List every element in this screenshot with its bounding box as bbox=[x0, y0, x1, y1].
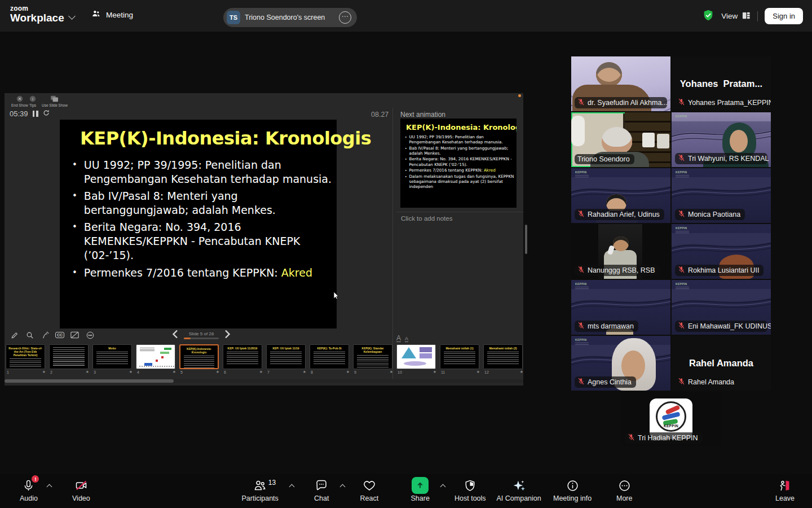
host-tools-button[interactable]: Host tools bbox=[454, 478, 486, 502]
ai-companion-button[interactable]: AI Companion bbox=[497, 478, 541, 502]
pen-icon[interactable] bbox=[10, 330, 19, 340]
end-show-button[interactable]: End Show bbox=[11, 95, 28, 107]
animation-star-icon: ★ bbox=[42, 370, 46, 374]
slide-thumbnail-5[interactable]: KEP(K)-Indonesia: Kronologis bbox=[179, 344, 219, 369]
next-slide-preview: KEP(K)-Indonesia: Kronologis •UU 1992; P… bbox=[400, 119, 517, 208]
slide-thumbnail-2[interactable] bbox=[49, 344, 89, 369]
participant-name-label: Tri Wahyuni, RS KENDAL bbox=[675, 153, 767, 164]
slide-thumbnail-9[interactable]: KEP(K): Standar Kelembagaan bbox=[353, 344, 392, 369]
participant-name-label: Rahadian Arief, Udinus bbox=[575, 209, 664, 220]
zoom-meeting-window: zoom Workplace Meeting TS Triono Soendor… bbox=[0, 0, 812, 508]
participants-caret-icon[interactable] bbox=[290, 483, 295, 488]
share-button[interactable]: Share bbox=[411, 478, 430, 502]
laser-pointer-icon[interactable] bbox=[40, 330, 50, 340]
mouse-cursor bbox=[333, 291, 339, 301]
slide-bullet: •Berita Negara: No. 394, 2016 KEMENKES/K… bbox=[405, 156, 514, 167]
divider bbox=[396, 212, 523, 212]
participant-name-label: mts darmawan bbox=[575, 321, 638, 332]
chat-icon bbox=[315, 478, 328, 493]
thumbnail-scrollbar[interactable] bbox=[5, 379, 523, 383]
participant-tile-3[interactable]: Triono Soendoro bbox=[571, 112, 670, 167]
closed-captions-icon[interactable]: CC bbox=[55, 332, 64, 338]
black-screen-icon[interactable] bbox=[70, 330, 80, 340]
current-slide: KEP(K)-Indonesia: Kronologis •UU 1992; P… bbox=[60, 120, 337, 329]
slide-thumbnail-12[interactable]: Memahami istilah (2) bbox=[483, 344, 523, 369]
zoom-workplace-logo[interactable]: zoom Workplace bbox=[10, 5, 64, 23]
muted-mic-icon bbox=[678, 98, 685, 107]
shared-screen-pill[interactable]: TS Triono Soendoro's screen ⋯ bbox=[223, 8, 357, 27]
animation-star-icon: ★ bbox=[346, 370, 350, 374]
slide-thumbnail-4[interactable] bbox=[136, 344, 175, 369]
pause-timer-button[interactable] bbox=[33, 111, 38, 117]
muted-mic-icon bbox=[577, 378, 585, 387]
audio-button[interactable]: !Audio bbox=[20, 478, 38, 502]
shared-screen-presenter-view: End Show i Tips Use Slide Show 05:39 KEP… bbox=[5, 93, 523, 386]
participant-tile-13[interactable]: KEPPINTri Hadiah KEPPIN bbox=[621, 392, 721, 446]
mic-icon: ! bbox=[22, 478, 35, 493]
participants-button[interactable]: 13Participants bbox=[242, 478, 279, 502]
heart-icon bbox=[363, 478, 376, 493]
animation-star-icon: ★ bbox=[259, 370, 263, 374]
participant-tile-2[interactable]: Yohanes Pratam...Yohanes Pratama_KEPPIN bbox=[672, 56, 771, 111]
slide-thumbnail-6[interactable]: KEP: UU Iptek 11/2019 bbox=[223, 344, 262, 369]
video-off-icon bbox=[74, 478, 88, 493]
meeting-info-button[interactable]: Meeting info bbox=[553, 478, 592, 502]
participant-tile-9[interactable]: KEPPINmts darmawan bbox=[571, 280, 670, 335]
chat-caret-icon[interactable] bbox=[341, 483, 346, 488]
notes-scrollbar[interactable] bbox=[525, 225, 527, 254]
participant-tile-8[interactable]: KEPPINRokhima Lusiantari UII bbox=[672, 224, 771, 279]
slide-thumbnail-3[interactable]: Motto bbox=[92, 344, 132, 369]
share-icon bbox=[412, 478, 429, 493]
video-button[interactable]: Video bbox=[72, 478, 90, 502]
magnifier-icon[interactable] bbox=[25, 330, 34, 340]
font-increase-button[interactable]: A bbox=[396, 335, 401, 342]
muted-mic-icon bbox=[678, 210, 685, 219]
thumbnail-number: 12 bbox=[484, 370, 489, 374]
share-caret-icon[interactable] bbox=[441, 483, 446, 488]
security-shield-icon[interactable] bbox=[702, 9, 714, 24]
react-button[interactable]: React bbox=[360, 478, 379, 502]
participant-tile-10[interactable]: KEPPINEni Mahawati_FK UDINUS bbox=[672, 280, 771, 335]
thumbnail-number: 8 bbox=[311, 370, 313, 374]
participant-tile-6[interactable]: KEPPINMonica Paotiana bbox=[672, 168, 771, 223]
font-decrease-button[interactable]: A bbox=[405, 336, 408, 342]
host-tools-label: Host tools bbox=[454, 494, 486, 502]
next-slide-button[interactable] bbox=[224, 330, 231, 341]
thumbnail-number: 10 bbox=[398, 370, 402, 374]
slide-thumbnail-7[interactable]: KEP: UU Iptek 11/19 bbox=[266, 344, 306, 369]
share-pill-more-icon[interactable]: ⋯ bbox=[339, 11, 351, 24]
divider bbox=[757, 11, 758, 21]
keppin-watermark: KEPPIN bbox=[575, 282, 589, 289]
muted-mic-icon bbox=[577, 322, 585, 331]
slide-thumbnail-1[interactable]: Research Ethic: State-of-the-Art (Tren E… bbox=[6, 344, 45, 369]
use-slide-show-button[interactable]: Use Slide Show bbox=[42, 95, 68, 107]
slide-bullet: •Permenkes 7/2016 tentang KEPPKN: Akred bbox=[72, 266, 332, 281]
slide-bullet: •Dalam melaksanakan tugas dan fungsinya,… bbox=[405, 174, 514, 190]
view-button[interactable]: View bbox=[721, 11, 751, 21]
chat-button[interactable]: Chat bbox=[314, 478, 329, 502]
slide-thumbnail-11[interactable]: Memahami istilah (1) bbox=[440, 344, 479, 369]
restart-timer-button[interactable] bbox=[43, 110, 50, 118]
previous-slide-button[interactable] bbox=[172, 330, 178, 341]
animation-star-icon: ★ bbox=[390, 370, 393, 374]
notes-placeholder[interactable]: Click to add notes bbox=[401, 215, 452, 222]
leave-label: Leave bbox=[775, 494, 795, 502]
info-icon bbox=[566, 478, 579, 493]
slide-thumbnail-8[interactable]: KEP(K): Tu-Pok-Si bbox=[310, 344, 349, 369]
tab-meeting[interactable]: Meeting bbox=[91, 9, 133, 20]
participant-tile-11[interactable]: KEPPINAgnes Cinthia bbox=[571, 336, 670, 391]
muted-mic-icon bbox=[678, 266, 685, 275]
audio-caret-icon[interactable] bbox=[47, 483, 52, 488]
workspace-chevron-down-icon[interactable] bbox=[68, 12, 76, 20]
slide-thumbnail-10[interactable] bbox=[396, 344, 436, 369]
participant-tile-7[interactable]: Nanunggg RSB, RSB bbox=[571, 224, 670, 279]
more-annotation-icon[interactable] bbox=[85, 330, 95, 340]
leave-button[interactable]: Leave bbox=[775, 478, 795, 502]
participant-tile-1[interactable]: dr. Syaefudin Ali Akhma... bbox=[571, 56, 670, 111]
participant-tile-4[interactable]: KEPPINTri Wahyuni, RS KENDAL bbox=[672, 112, 771, 167]
more-button[interactable]: More bbox=[616, 478, 632, 502]
sign-in-button[interactable]: Sign in bbox=[765, 8, 803, 24]
tips-button[interactable]: i Tips bbox=[29, 95, 36, 107]
participant-tile-5[interactable]: KEPPINRahadian Arief, Udinus bbox=[571, 168, 670, 223]
participant-tile-12[interactable]: Rahel AmandaRahel Amanda bbox=[672, 336, 771, 391]
